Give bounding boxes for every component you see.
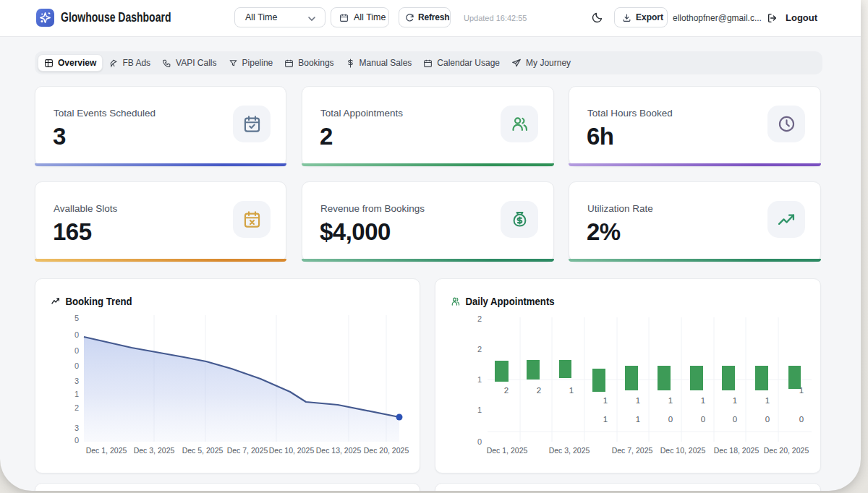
svg-text:1: 1 <box>569 386 574 395</box>
svg-text:2: 2 <box>477 345 482 353</box>
svg-text:5: 5 <box>75 314 79 322</box>
svg-text:0: 0 <box>765 415 770 424</box>
svg-text:Dec 5, 2025: Dec 5, 2025 <box>182 446 224 455</box>
svg-text:Dec 1, 2025: Dec 1, 2025 <box>86 446 127 455</box>
svg-text:1: 1 <box>668 396 673 405</box>
svg-text:2: 2 <box>477 314 482 323</box>
svg-text:1: 1 <box>477 406 482 414</box>
svg-text:Dec 7, 2025: Dec 7, 2025 <box>227 446 268 455</box>
svg-text:Dec 20, 2025: Dec 20, 2025 <box>764 446 809 455</box>
svg-text:1: 1 <box>701 396 705 405</box>
svg-text:1: 1 <box>75 390 79 398</box>
svg-text:0: 0 <box>701 415 705 424</box>
svg-text:1: 1 <box>477 375 482 384</box>
svg-text:1: 1 <box>636 415 640 424</box>
svg-text:Dec 1, 2025: Dec 1, 2025 <box>487 446 528 455</box>
svg-text:Dec 10, 2025: Dec 10, 2025 <box>660 446 706 455</box>
svg-text:Dec 7, 2025: Dec 7, 2025 <box>612 446 653 455</box>
svg-text:0: 0 <box>477 437 482 446</box>
svg-text:Dec 20, 2025: Dec 20, 2025 <box>364 446 409 455</box>
svg-text:1: 1 <box>799 386 804 395</box>
svg-text:Dec 3, 2025: Dec 3, 2025 <box>549 446 590 455</box>
svg-text:0: 0 <box>75 330 79 339</box>
svg-text:2: 2 <box>504 386 509 395</box>
svg-text:0: 0 <box>75 346 79 355</box>
svg-text:Dec 13, 2025: Dec 13, 2025 <box>316 446 362 455</box>
svg-text:Dec 18, 2025: Dec 18, 2025 <box>714 446 760 455</box>
svg-text:0: 0 <box>75 436 79 445</box>
svg-text:2: 2 <box>537 386 541 395</box>
svg-text:Dec 3, 2025: Dec 3, 2025 <box>134 446 175 455</box>
svg-text:0: 0 <box>733 415 737 424</box>
svg-text:1: 1 <box>603 396 608 405</box>
svg-text:2: 2 <box>75 403 79 412</box>
svg-text:1: 1 <box>636 396 640 405</box>
svg-text:1: 1 <box>765 396 770 405</box>
svg-text:1: 1 <box>733 396 737 405</box>
svg-text:Dec 10, 2025: Dec 10, 2025 <box>269 446 315 455</box>
svg-text:3: 3 <box>75 377 79 385</box>
svg-text:0: 0 <box>75 361 79 370</box>
svg-text:0: 0 <box>799 415 804 424</box>
svg-text:3: 3 <box>75 424 79 432</box>
svg-text:1: 1 <box>603 415 608 424</box>
svg-text:0: 0 <box>668 415 673 424</box>
